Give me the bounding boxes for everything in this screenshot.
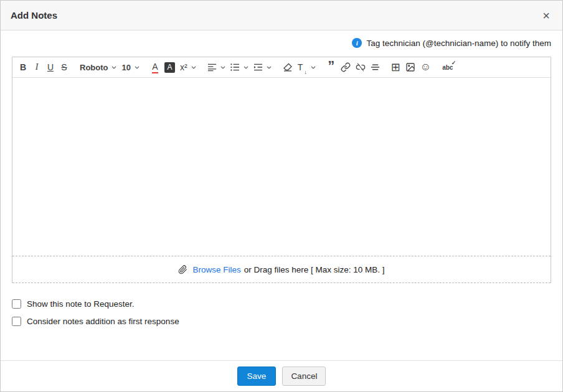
image-button[interactable]: [403, 59, 418, 75]
link-button[interactable]: [338, 59, 353, 75]
unlink-button[interactable]: [353, 59, 368, 75]
note-editor-container: B I U S Roboto 10 A A: [12, 57, 551, 283]
clear-format-button[interactable]: [280, 59, 295, 75]
dialog-footer: Save Cancel: [1, 360, 562, 391]
align-left-icon: [207, 63, 217, 72]
bullet-list-icon: [230, 63, 240, 72]
font-family-select[interactable]: Roboto: [77, 59, 119, 75]
show-to-requester-label: Show this note to Requester.: [27, 299, 135, 309]
note-editor[interactable]: [12, 78, 551, 256]
info-icon: i: [352, 38, 362, 48]
highlight-color-button[interactable]: A: [162, 59, 177, 75]
dialog-header: Add Notes ×: [1, 1, 562, 30]
indent-button[interactable]: [251, 59, 274, 75]
chevron-down-icon: [267, 66, 272, 69]
chevron-down-icon: [191, 66, 196, 69]
show-to-requester-option[interactable]: Show this note to Requester.: [12, 299, 551, 309]
emoji-button[interactable]: ☺: [418, 59, 433, 75]
note-options: Show this note to Requester. Consider no…: [12, 299, 551, 334]
align-button[interactable]: [205, 59, 228, 75]
tip-row: i Tag technician (@technician-name) to n…: [1, 30, 562, 52]
italic-button[interactable]: I: [30, 59, 44, 75]
tip-text: Tag technician (@technician-name) to not…: [366, 39, 551, 48]
chevron-down-icon: [111, 66, 116, 69]
unlink-icon: [356, 62, 366, 72]
font-size-select[interactable]: 10: [119, 59, 141, 75]
eraser-icon: [283, 63, 293, 72]
chevron-down-icon: [311, 66, 316, 69]
first-response-option[interactable]: Consider notes addition as first respons…: [12, 317, 551, 326]
text-direction-button[interactable]: T↓: [295, 59, 318, 75]
check-icon: ✓: [452, 60, 457, 66]
cancel-button[interactable]: Cancel: [282, 366, 326, 386]
chevron-down-icon: [220, 66, 225, 69]
attachment-area: Browse Files or Drag files here [ Max si…: [12, 256, 551, 283]
blockquote-button[interactable]: ”: [324, 59, 338, 75]
table-button[interactable]: ⊞: [389, 59, 403, 75]
strikethrough-button[interactable]: S: [57, 59, 71, 75]
underline-button[interactable]: U: [44, 59, 57, 75]
drag-files-text: or Drag files here [ Max size: 10 MB. ]: [244, 265, 385, 274]
add-notes-dialog: Add Notes × i Tag technician (@technicia…: [0, 0, 563, 392]
dialog-title: Add Notes: [11, 10, 57, 21]
chevron-down-icon: [244, 66, 248, 69]
image-icon: [405, 62, 415, 72]
horizontal-line-button[interactable]: [368, 59, 382, 75]
browse-files-link[interactable]: Browse Files: [192, 265, 240, 274]
chevron-down-icon: [135, 66, 140, 69]
spellcheck-button[interactable]: abc✓: [440, 59, 455, 75]
close-icon[interactable]: ×: [540, 8, 552, 23]
indent-icon: [253, 63, 263, 72]
save-button[interactable]: Save: [237, 366, 277, 386]
font-color-button[interactable]: A: [148, 59, 162, 75]
editor-toolbar: B I U S Roboto 10 A A: [12, 57, 551, 78]
horizontal-line-icon: [371, 63, 380, 72]
bold-button[interactable]: B: [16, 59, 30, 75]
list-button[interactable]: [228, 59, 251, 75]
superscript-button[interactable]: x²: [177, 59, 199, 75]
link-icon: [341, 62, 351, 72]
first-response-label: Consider notes addition as first respons…: [27, 317, 179, 326]
spacer: [1, 334, 562, 360]
show-to-requester-checkbox[interactable]: [12, 299, 21, 309]
first-response-checkbox[interactable]: [12, 317, 21, 326]
paperclip-icon: [178, 265, 187, 274]
